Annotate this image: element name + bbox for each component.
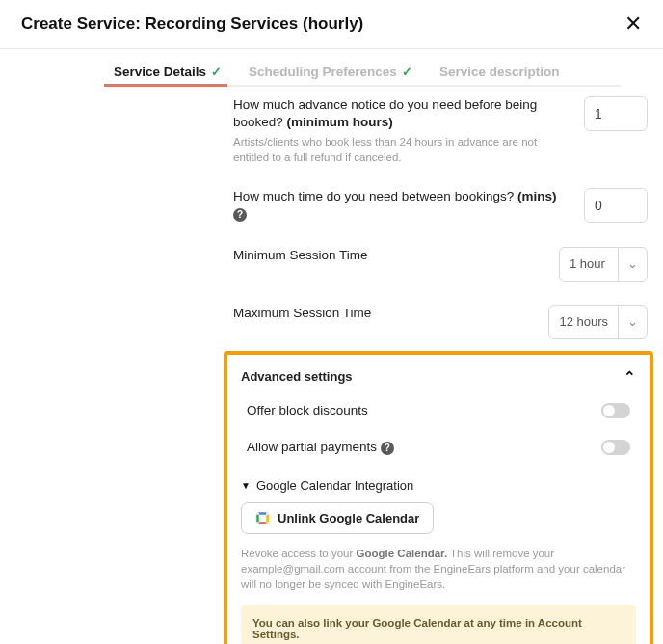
- block-discounts-label: Offer block discounts: [247, 403, 368, 417]
- field-between-bookings: How much time do you need between bookin…: [233, 188, 648, 223]
- partial-payments-label: Allow partial payments ?: [247, 440, 394, 454]
- unlink-button-label: Unlink Google Calendar: [278, 511, 419, 525]
- close-icon[interactable]: ✕: [624, 13, 642, 35]
- chevron-down-icon: ⌄: [618, 306, 647, 338]
- partial-payments-toggle[interactable]: [601, 440, 630, 455]
- check-icon: ✓: [211, 65, 222, 79]
- between-bookings-input[interactable]: [584, 188, 648, 223]
- tab-label: Service description: [439, 65, 560, 79]
- check-icon: ✓: [402, 65, 412, 79]
- google-calendar-icon: [255, 511, 270, 525]
- field-advance-notice: How much advance notice do you need befo…: [233, 96, 648, 165]
- help-icon[interactable]: ?: [233, 208, 247, 222]
- tab-service-description[interactable]: Service description: [439, 65, 560, 87]
- field-min-session: Minimum Session Time 1 hour ⌄: [233, 247, 648, 282]
- advance-notice-input[interactable]: [584, 96, 648, 131]
- google-calendar-desc: Revoke access to your Google Calendar. T…: [241, 546, 636, 592]
- toggle-block-discounts-row: Offer block discounts: [241, 403, 636, 418]
- chevron-up-icon: ⌃: [623, 368, 636, 386]
- block-discounts-toggle[interactable]: [601, 403, 630, 418]
- min-session-label: Minimum Session Time: [233, 247, 542, 264]
- min-session-select[interactable]: 1 hour ⌄: [559, 247, 648, 282]
- min-session-value: 1 hour: [560, 256, 618, 271]
- form-content: How much advance notice do you need befo…: [0, 87, 663, 339]
- tab-scheduling-preferences[interactable]: Scheduling Preferences ✓: [249, 65, 412, 87]
- modal-header: Create Service: Recording Services (hour…: [0, 0, 663, 49]
- advanced-settings-header[interactable]: Advanced settings ⌃: [241, 368, 636, 386]
- google-calendar-section: ▼ Google Calendar Integration Unlink Goo…: [241, 478, 636, 644]
- account-settings-notice: You can also link your Google Calendar a…: [241, 605, 636, 644]
- advance-notice-help: Artists/clients who book less than 24 ho…: [233, 135, 567, 165]
- max-session-label: Maximum Session Time: [233, 305, 531, 322]
- modal-title: Create Service: Recording Services (hour…: [21, 14, 363, 34]
- google-calendar-title: ▼ Google Calendar Integration: [241, 478, 636, 493]
- svg-rect-3: [266, 515, 269, 523]
- max-session-value: 12 hours: [549, 314, 618, 329]
- toggle-partial-payments-row: Allow partial payments ?: [241, 440, 636, 455]
- tab-label: Service Details: [114, 65, 206, 79]
- svg-rect-2: [256, 515, 259, 523]
- tab-bar: Service Details ✓ Scheduling Preferences…: [0, 49, 663, 87]
- svg-rect-4: [259, 522, 267, 524]
- tab-underline-active: [104, 84, 227, 87]
- tab-label: Scheduling Preferences: [249, 65, 397, 79]
- unlink-google-calendar-button[interactable]: Unlink Google Calendar: [241, 502, 434, 534]
- chevron-down-icon: ⌄: [618, 248, 647, 281]
- svg-rect-1: [259, 512, 267, 515]
- advanced-settings-title: Advanced settings: [241, 369, 353, 384]
- triangle-icon: ▼: [241, 480, 251, 491]
- advanced-settings-highlight: Advanced settings ⌃ Offer block discount…: [224, 351, 653, 644]
- advance-notice-label: How much advance notice do you need befo…: [233, 96, 567, 131]
- between-bookings-label: How much time do you need between bookin…: [233, 188, 567, 223]
- max-session-select[interactable]: 12 hours ⌄: [548, 305, 648, 339]
- help-icon[interactable]: ?: [381, 442, 394, 455]
- field-max-session: Maximum Session Time 12 hours ⌄: [233, 305, 648, 339]
